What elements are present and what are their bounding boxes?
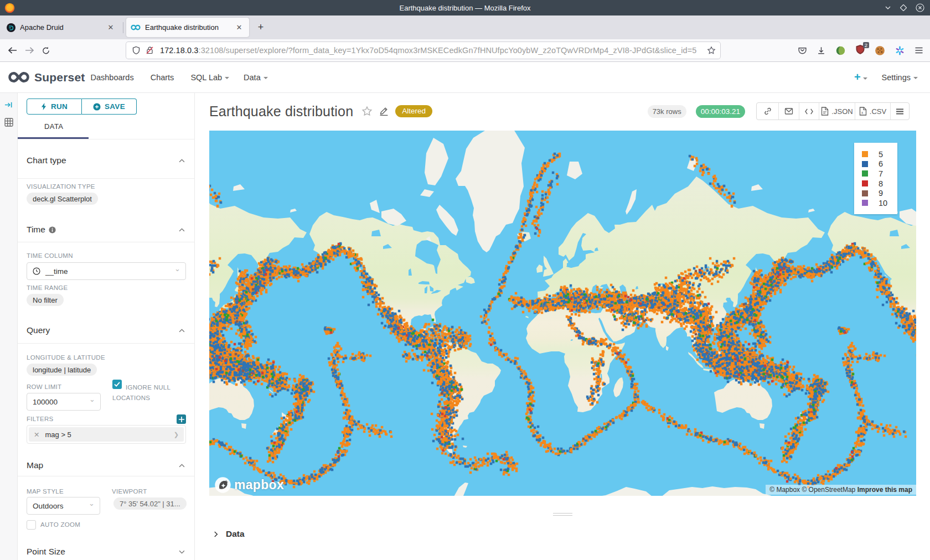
svg-text:x: x (861, 111, 864, 115)
